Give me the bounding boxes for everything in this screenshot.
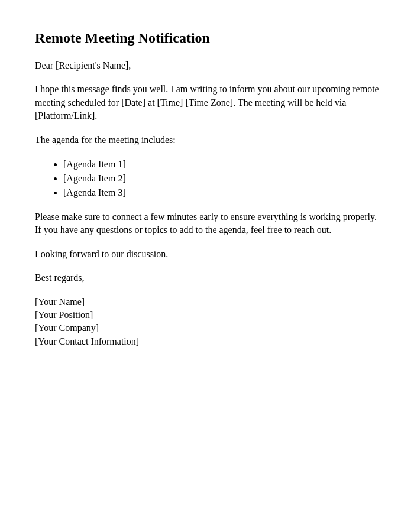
agenda-list: [Agenda Item 1] [Agenda Item 2] [Agenda … [63, 157, 379, 200]
document-container: Remote Meeting Notification Dear [Recipi… [11, 11, 403, 521]
regards-line: Best regards, [35, 271, 379, 284]
agenda-intro: The agenda for the meeting includes: [35, 134, 379, 147]
intro-paragraph: I hope this message finds you well. I am… [35, 83, 379, 122]
list-item: [Agenda Item 1] [63, 157, 379, 171]
document-title: Remote Meeting Notification [35, 30, 379, 46]
list-item: [Agenda Item 2] [63, 171, 379, 186]
signature-name: [Your Name] [35, 296, 379, 309]
signature-company: [Your Company] [35, 322, 379, 335]
signature-contact: [Your Contact Information] [35, 335, 379, 348]
signature-position: [Your Position] [35, 309, 379, 322]
list-item: [Agenda Item 3] [63, 186, 379, 200]
signature-block: [Your Name] [Your Position] [Your Compan… [35, 296, 379, 349]
closing-line: Looking forward to our discussion. [35, 248, 379, 261]
instructions-paragraph: Please make sure to connect a few minute… [35, 210, 379, 237]
greeting-line: Dear [Recipient's Name], [35, 59, 379, 72]
